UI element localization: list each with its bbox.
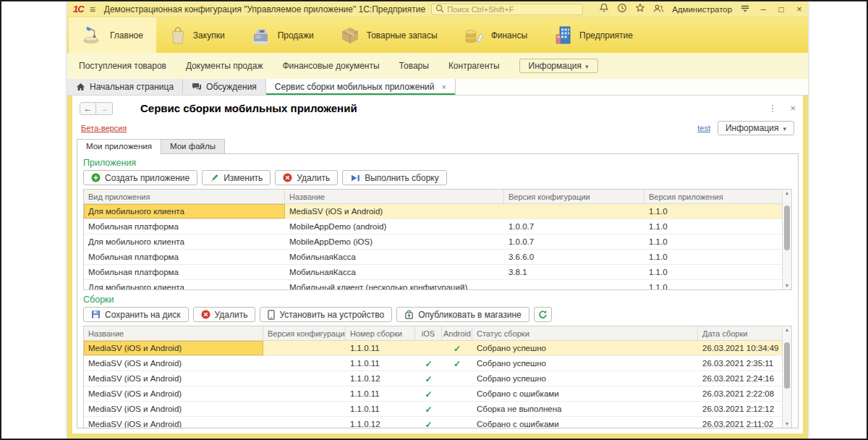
maximize-button[interactable]: □ bbox=[776, 4, 786, 14]
function-menu: Поступления товаровДокументы продажФинан… bbox=[67, 53, 808, 79]
window-tab-1[interactable]: Начальная страница bbox=[67, 79, 183, 95]
table-cell: Мобильная платформа bbox=[84, 265, 285, 279]
ribbon-section-2[interactable]: Закупки bbox=[156, 17, 238, 53]
table-cell: 26.03.2021 2:35:11 bbox=[698, 356, 782, 371]
ribbon-section-4[interactable]: Товарные запасы bbox=[327, 17, 451, 53]
star-icon[interactable] bbox=[635, 3, 645, 16]
table-cell: ✓ bbox=[442, 341, 472, 355]
tabbar-empty-space bbox=[456, 79, 808, 95]
column-header[interactable]: Название bbox=[285, 190, 504, 203]
test-link[interactable]: test bbox=[697, 124, 710, 132]
column-header[interactable]: Версия конфигурации bbox=[504, 190, 644, 203]
table-cell: 1.1.0 bbox=[644, 234, 782, 249]
applications-button-1[interactable]: Создать приложение bbox=[83, 170, 197, 185]
desk-lamp-icon bbox=[82, 25, 103, 45]
scrollbar-thumb[interactable] bbox=[784, 342, 790, 389]
page-info-button[interactable]: Информация▾ bbox=[718, 121, 794, 135]
table-cell bbox=[442, 402, 472, 416]
scroll-up-icon[interactable]: ▲ bbox=[785, 326, 790, 334]
scrollbar-track[interactable] bbox=[783, 197, 791, 282]
column-header[interactable]: Android bbox=[442, 326, 472, 340]
content-tab-1[interactable]: Мои приложения bbox=[77, 139, 161, 154]
table-cell bbox=[504, 280, 644, 289]
builds-button-3[interactable]: Установить на устройство bbox=[260, 307, 392, 322]
forward-button[interactable]: → bbox=[96, 102, 113, 115]
column-header[interactable]: Вид приложения bbox=[84, 190, 285, 203]
build-row[interactable]: MediaSV (iOS и Android)1.1.0.12✓Собрано … bbox=[84, 371, 782, 386]
button-label: Установить на устройство bbox=[279, 310, 384, 320]
minimize-button[interactable]: – bbox=[758, 4, 768, 14]
close-button[interactable]: × bbox=[794, 4, 804, 14]
function-menu-item-5[interactable]: Контрагенты bbox=[448, 61, 500, 71]
history-icon[interactable] bbox=[617, 3, 627, 16]
users-icon[interactable] bbox=[653, 3, 664, 16]
column-header[interactable]: Название bbox=[84, 326, 263, 340]
window-tab-2[interactable]: Обсуждения bbox=[183, 79, 266, 95]
column-header[interactable]: Дата сборки bbox=[698, 326, 782, 340]
search-input[interactable]: Поиск Ctrl+Shift+F bbox=[431, 4, 583, 15]
table-cell: MediaSV (iOS и Android) bbox=[84, 417, 263, 428]
table-cell: 26.03.2021 2:22:08 bbox=[698, 386, 782, 401]
build-row[interactable]: MediaSV (iOS и Android)1.1.0.11✓Собрано … bbox=[84, 386, 782, 402]
chevron-down-icon: ▾ bbox=[585, 63, 589, 70]
close-form-icon[interactable]: × bbox=[790, 103, 796, 114]
column-header[interactable]: Версия приложения bbox=[644, 190, 782, 203]
scrollbar-thumb[interactable] bbox=[784, 206, 790, 250]
application-row[interactable]: Для мобильного клиентаMobileAppDemo (iOS… bbox=[84, 234, 782, 250]
column-header[interactable]: Статус сборки bbox=[472, 326, 698, 340]
button-label: Удалить bbox=[297, 173, 330, 183]
tab-close-icon[interactable]: × bbox=[441, 82, 446, 91]
applications-button-4[interactable]: Выполнить сборку bbox=[342, 170, 447, 185]
function-menu-item-4[interactable]: Товары bbox=[399, 61, 429, 71]
main-menu-icon[interactable]: ≡ bbox=[90, 4, 95, 14]
application-row[interactable]: Для мобильного клиентаМобильный клиент (… bbox=[84, 280, 782, 289]
beta-version-link[interactable]: Бета-версия bbox=[81, 124, 127, 132]
applications-button-2[interactable]: Изменить bbox=[202, 170, 271, 185]
back-button[interactable]: ← bbox=[80, 102, 96, 115]
build-row[interactable]: MediaSV (iOS и Android)1.1.0.11✓✓Собрано… bbox=[84, 356, 782, 371]
ribbon-section-6[interactable]: Предприятие bbox=[540, 17, 646, 53]
build-row[interactable]: MediaSV (iOS и Android)1.1.0.12✓Собрано … bbox=[84, 417, 782, 428]
scroll-down-icon[interactable]: ▼ bbox=[785, 420, 790, 428]
function-menu-item-1[interactable]: Поступления товаров bbox=[79, 61, 166, 71]
application-row[interactable]: Мобильная платформаМобильнаяКасса3.6.6.0… bbox=[84, 250, 782, 265]
function-menu-item-2[interactable]: Документы продаж bbox=[186, 61, 263, 71]
column-header[interactable]: iOS bbox=[415, 326, 442, 340]
bell-icon[interactable] bbox=[599, 3, 609, 16]
content-tab-2[interactable]: Мои файлы bbox=[161, 139, 225, 154]
window-tab-3[interactable]: Сервис сборки мобильных приложений× bbox=[266, 79, 456, 95]
submenu-info-button[interactable]: Информация▾ bbox=[519, 59, 598, 73]
builds-button-4[interactable]: Опубликовать в магазине bbox=[396, 307, 529, 322]
scroll-down-icon[interactable]: ▼ bbox=[785, 282, 790, 289]
column-header[interactable]: Версия конфигурации bbox=[263, 326, 346, 340]
button-label: Изменить bbox=[224, 173, 263, 183]
ribbon-section-3[interactable]: Продажи bbox=[238, 17, 327, 53]
ribbon-section-5[interactable]: Финансы bbox=[451, 17, 540, 53]
application-row[interactable]: Мобильная платформаMobileAppDemo (androi… bbox=[84, 219, 782, 234]
table-cell: 1.0.0.7 bbox=[504, 234, 644, 249]
1c-logo-icon: 1С bbox=[73, 4, 84, 14]
service-menu-icon[interactable] bbox=[740, 3, 750, 16]
table-cell: Сборка не выполнена bbox=[472, 402, 698, 416]
more-menu-icon[interactable]: ⋮ bbox=[767, 103, 777, 114]
builds-button-1[interactable]: Сохранить на диск bbox=[83, 307, 189, 322]
ribbon-section-1[interactable]: Главное bbox=[69, 17, 156, 53]
column-header[interactable]: Номер сборки bbox=[346, 326, 415, 340]
applications-button-3[interactable]: Удалить bbox=[275, 170, 338, 185]
function-menu-item-3[interactable]: Финансовые документы bbox=[282, 61, 379, 71]
ribbon-section-label: Закупки bbox=[193, 30, 225, 41]
table-cell: Собрано с ошибками bbox=[472, 417, 698, 428]
table-cell: Для мобильного клиента bbox=[84, 204, 285, 219]
application-row[interactable]: Мобильная платформаМобильнаяКасса3.8.11.… bbox=[84, 265, 782, 280]
build-row[interactable]: MediaSV (iOS и Android)1.1.0.11✓Собрано … bbox=[84, 341, 782, 356]
checkmark-icon: ✓ bbox=[425, 359, 432, 369]
application-row[interactable]: Для мобильного клиентаMediaSV (iOS и And… bbox=[84, 204, 782, 219]
vertical-scrollbar[interactable]: ▲ ▼ bbox=[782, 326, 791, 428]
vertical-scrollbar[interactable]: ▲ ▼ bbox=[782, 190, 791, 289]
build-row[interactable]: MediaSV (iOS и Android)1.1.0.11✓Сборка н… bbox=[84, 402, 782, 417]
scrollbar-track[interactable] bbox=[783, 334, 791, 420]
builds-button-2[interactable]: Удалить bbox=[193, 307, 256, 322]
scroll-up-icon[interactable]: ▲ bbox=[785, 190, 790, 197]
current-user[interactable]: Администратор bbox=[672, 5, 732, 14]
builds-button-5[interactable] bbox=[534, 307, 552, 322]
